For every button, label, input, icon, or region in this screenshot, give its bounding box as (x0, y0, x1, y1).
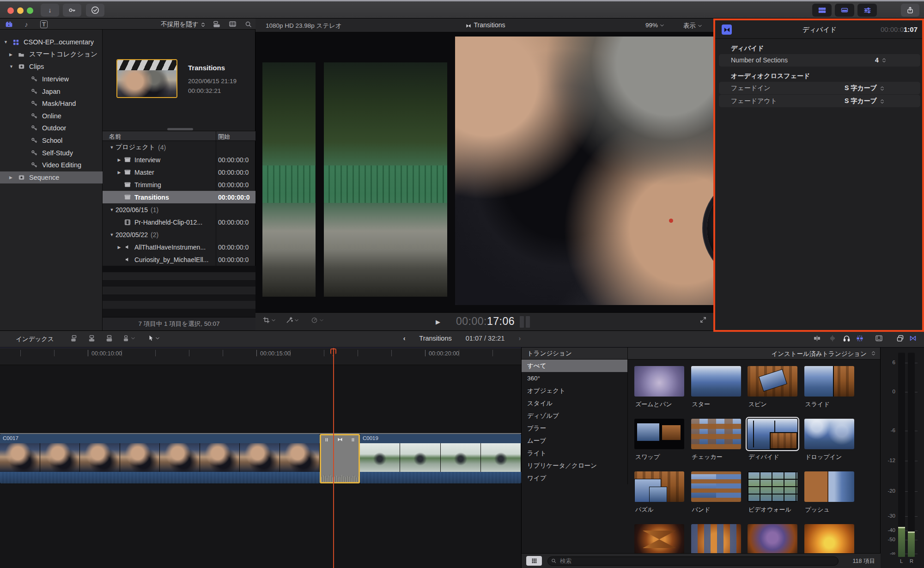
list-row-curiosity-by-michaelell[interactable]: Curiosity_by_MichaelEll...00:00:00:0 (103, 253, 255, 266)
duplicate-icon[interactable] (896, 335, 904, 342)
category-item[interactable]: すべて (522, 360, 628, 372)
transition-item[interactable] (748, 524, 804, 554)
category-item[interactable]: ディゾルブ (522, 409, 628, 422)
filmstrip-view-icon[interactable] (227, 19, 237, 29)
audio-meters-panel[interactable]: 60-6-12-20-30-40-50-∞LR (880, 348, 924, 568)
transition-item-item[interactable]: ドロップイン (804, 419, 861, 471)
transition-item-item[interactable]: スライド (804, 366, 861, 419)
sidebar-item-japan[interactable]: Japan (0, 85, 103, 98)
sidebar-item-sequence[interactable]: ▶Sequence (0, 171, 103, 184)
minimize-button[interactable] (17, 7, 24, 14)
list-row-transitions[interactable]: Transitions00:00:00:0 (103, 191, 255, 203)
transition-clip-divide[interactable] (320, 434, 360, 483)
background-tasks-button[interactable] (86, 4, 104, 17)
titles-generators-icon[interactable]: T (39, 19, 49, 29)
category-item[interactable]: ライト (522, 447, 628, 459)
category-item[interactable]: ムーブ (522, 434, 628, 447)
list-row-master[interactable]: ▶Master00:00:00:0 (103, 166, 255, 178)
hide-rejected-filter[interactable]: 不採用を隠す (161, 20, 206, 29)
append-edit-icon[interactable] (105, 335, 113, 342)
list-row-2020-06-15[interactable]: ▼2020/06/15(1) (103, 203, 255, 216)
timeline-ruler[interactable]: 00:00:10:0000:00:15:0000:00:20:00 (0, 348, 521, 365)
browser-resize-handle[interactable] (167, 128, 193, 130)
disclosure-triangle[interactable]: ▶ (116, 245, 123, 250)
playhead-line[interactable] (333, 348, 334, 568)
fade-in-row[interactable]: フェードイン S 字カーブ (719, 82, 920, 94)
connect-edit-icon[interactable] (70, 335, 78, 342)
mini-audio-meter-right[interactable] (526, 316, 530, 328)
disclosure-triangle[interactable]: ▼ (108, 232, 116, 237)
zoom-button[interactable] (27, 7, 33, 14)
inspector-toggle-button[interactable] (857, 4, 877, 17)
media-browser-icon[interactable] (875, 335, 883, 342)
category-item[interactable]: スタイル (522, 397, 628, 409)
category-360[interactable]: 360° (522, 372, 628, 385)
grid-view-toggle[interactable] (526, 556, 542, 566)
transitions-search-input[interactable] (547, 556, 839, 566)
popup-icon[interactable] (880, 86, 885, 92)
close-button[interactable] (7, 7, 14, 14)
sidebar-item-video-editing[interactable]: Video Editing (0, 159, 103, 171)
transition-item[interactable] (804, 524, 861, 554)
number-of-sections-value[interactable]: 4 (875, 56, 887, 64)
sidebar-item-online[interactable]: Online (0, 110, 103, 122)
trim-icon[interactable] (813, 335, 821, 342)
transition-item-item[interactable]: スワップ (634, 419, 691, 471)
popup-icon[interactable] (880, 98, 885, 104)
transition-item-item[interactable]: プッシュ (804, 471, 861, 524)
sidebar-item-self-study[interactable]: Self-Study (0, 147, 103, 159)
transition-item[interactable] (691, 524, 748, 554)
transition-item-item[interactable]: スピン (748, 366, 804, 419)
timeline-clip-c0017[interactable]: C0017 (0, 434, 320, 483)
timeline-toggle-button[interactable] (835, 4, 854, 17)
overwrite-edit-icon[interactable] (123, 335, 135, 342)
sidebar-item-outdoor[interactable]: Outdoor (0, 122, 103, 134)
effects-browser-icon[interactable] (856, 335, 864, 342)
clips-library-icon[interactable] (4, 19, 14, 29)
stepper-icon[interactable] (881, 57, 887, 63)
timeline-project-title[interactable]: Transitions (419, 335, 451, 342)
timeline-clip-c0019[interactable]: C0019 (360, 434, 521, 483)
list-row-item[interactable]: ▼プロジェクト(4) (103, 141, 255, 153)
keyword-editor-button[interactable] (63, 4, 81, 17)
index-button[interactable]: インデックス (11, 334, 59, 344)
list-row-trimming[interactable]: Trimming00:00:00:0 (103, 178, 255, 191)
fade-out-value[interactable]: S 字カーブ (845, 97, 885, 105)
sidebar-item-school[interactable]: School (0, 134, 103, 147)
import-media-button[interactable]: ↓ (41, 4, 59, 17)
transition-item-item[interactable]: パズル (634, 471, 691, 524)
browser-toggle-button[interactable] (812, 4, 832, 17)
sidebar-item-clips[interactable]: ▼Clips (0, 61, 103, 73)
disclosure-triangle[interactable]: ▼ (9, 64, 17, 69)
fade-in-value[interactable]: S 字カーブ (845, 84, 885, 92)
transition-item-item[interactable]: バンド (691, 471, 748, 524)
audio-skimming-icon[interactable] (829, 335, 836, 342)
list-row-2020-05-22[interactable]: ▼2020/05/22(2) (103, 228, 255, 241)
video-canvas[interactable] (255, 32, 715, 326)
transition-item-item[interactable]: ビデオウォール (748, 471, 804, 524)
insert-edit-icon[interactable] (88, 335, 96, 342)
viewer-view-menu[interactable]: 表示 (683, 22, 702, 30)
disclosure-triangle[interactable]: ▶ (116, 158, 123, 162)
list-row-interview[interactable]: ▶Interview00:00:00:0 (103, 153, 255, 166)
category-item[interactable]: ブラー (522, 422, 628, 434)
mini-audio-meter-left[interactable] (520, 316, 524, 328)
list-row-allthatihaveinstrumen[interactable]: ▶AllThatIHaveInstrumen...00:00:00:0 (103, 241, 255, 253)
expand-viewer-icon[interactable] (700, 317, 706, 323)
disclosure-triangle[interactable]: ▶ (9, 52, 17, 57)
category-item[interactable]: ワイプ (522, 472, 628, 484)
disclosure-triangle[interactable]: ▼ (4, 40, 11, 44)
sidebar-library-cson-ep-ocumentary[interactable]: ▼CSON-EP...ocumentary (0, 36, 103, 49)
solo-headphones-icon[interactable] (843, 335, 851, 342)
transitions-collection-header[interactable]: インストール済みトランジション (628, 348, 881, 360)
viewer-zoom-menu[interactable]: 99% (645, 22, 664, 29)
transition-item-item[interactable]: チェッカー (691, 419, 748, 471)
column-name[interactable]: 名前 (109, 133, 121, 141)
disclosure-triangle[interactable]: ▼ (108, 145, 116, 150)
disclosure-triangle[interactable]: ▶ (116, 170, 123, 175)
disclosure-triangle[interactable]: ▶ (9, 175, 17, 180)
select-tool-button[interactable] (148, 335, 160, 342)
photos-audio-icon[interactable]: ♪ (21, 19, 31, 29)
column-start[interactable]: 開始 (218, 133, 230, 141)
selected-clip-thumbnail[interactable] (116, 59, 177, 98)
